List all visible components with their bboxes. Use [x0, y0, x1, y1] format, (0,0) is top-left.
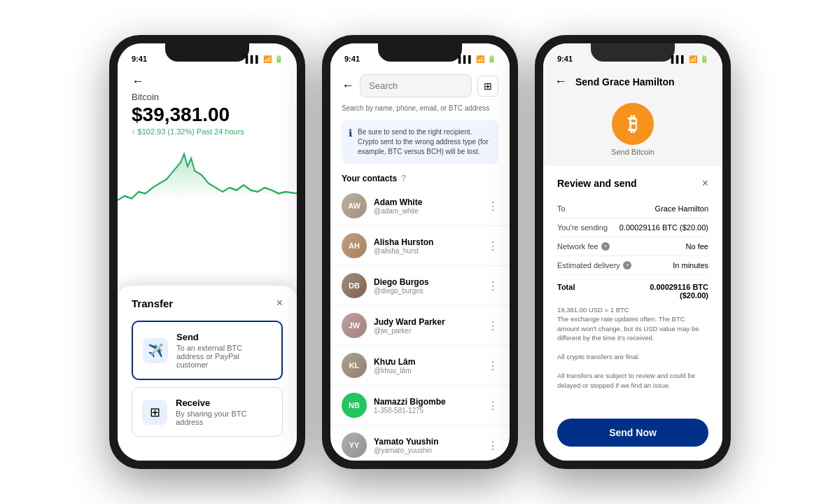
disclaimer-2: All crypto transfers are final.	[557, 352, 708, 361]
search-input[interactable]	[360, 74, 472, 97]
coin-label: Bitcoin	[132, 92, 283, 102]
send-icon: ✈️	[143, 338, 168, 363]
send-bitcoin-label: Send Bitcoin	[543, 148, 722, 156]
contact-avatar: KL	[342, 353, 367, 378]
contact-info: Judy Ward Parker @jw_parker	[374, 317, 445, 335]
contact-item[interactable]: DB Diego Burgos @diego_burgos ⋮	[330, 266, 510, 306]
contact-more-icon[interactable]: ⋮	[487, 239, 498, 253]
signal-icon-2: ▌▌▌	[458, 55, 473, 63]
contact-handle: @diego_burgos	[374, 287, 429, 295]
send-option[interactable]: ✈️ Send To an external BTC address or Pa…	[132, 321, 283, 380]
contact-name: Judy Ward Parker	[374, 317, 445, 327]
avatar-initials: NB	[349, 401, 360, 410]
status-icons-3: ▌▌▌ 📶 🔋	[671, 55, 708, 63]
review-label-total: Total	[557, 283, 575, 291]
phone-3-screen: 9:41 ▌▌▌ 📶 🔋 ← Send Grace Hamilton ₿ Sen…	[543, 43, 722, 461]
avatar-initials: DB	[349, 281, 360, 290]
battery-icon-1: 🔋	[274, 55, 283, 63]
contact-name: Adam White	[374, 197, 422, 207]
review-title: Review and send	[557, 178, 637, 189]
search-header: ← ⊞	[330, 69, 510, 103]
contact-info: Namazzi Bigombe 1-358-581-1275	[374, 397, 446, 414]
status-time-2: 9:41	[344, 55, 360, 63]
send-option-text: Send To an external BTC address or PayPa…	[176, 332, 272, 369]
search-input-wrapper	[360, 74, 472, 97]
review-row-total: Total 0.00029116 BTC($20.00)	[557, 278, 708, 300]
avatar-initials: JW	[349, 321, 360, 330]
contacts-label: Your contacts	[342, 174, 397, 183]
contact-avatar: YY	[342, 433, 367, 458]
contact-item[interactable]: KL Khưu Lâm @khuu_lâm ⋮	[330, 346, 510, 386]
review-header: Review and send ×	[557, 177, 708, 190]
contact-more-icon[interactable]: ⋮	[487, 319, 498, 332]
receive-option-text: Receive By sharing your BTC address	[176, 398, 272, 426]
contact-avatar: JW	[342, 313, 367, 338]
contact-name: Alisha Hurston	[374, 237, 433, 247]
phone-2-screen: 9:41 ▌▌▌ 📶 🔋 ← ⊞ Search by name, phone, …	[330, 43, 510, 461]
avatar-initials: AH	[349, 241, 360, 250]
review-label-fee: Network fee ?	[557, 242, 610, 251]
receive-option-desc: By sharing your BTC address	[176, 410, 272, 426]
contact-item[interactable]: NB Namazzi Bigombe 1-358-581-1275 ⋮	[330, 386, 510, 426]
wifi-icon-3: 📶	[689, 55, 697, 63]
contact-avatar: DB	[342, 273, 367, 298]
contact-more-icon[interactable]: ⋮	[487, 200, 498, 213]
transfer-close-button[interactable]: ×	[276, 297, 283, 309]
status-bar-3: 9:41 ▌▌▌ 📶 🔋	[543, 43, 722, 69]
review-close-button[interactable]: ×	[702, 177, 708, 190]
send-header: ← Send Grace Hamilton	[543, 69, 722, 89]
phone-1: 9:41 ▌▌▌ 📶 🔋 ← Bitcoin $39,381.00 ↑ $102…	[109, 35, 305, 469]
fee-info-icon: ?	[601, 242, 610, 251]
modal-header: Transfer ×	[132, 297, 283, 309]
review-label-sending: You're sending	[557, 223, 608, 232]
review-label-to: To	[557, 204, 566, 213]
back-button-1[interactable]: ←	[132, 74, 283, 89]
contact-handle: @adam_white	[374, 207, 422, 215]
review-value-total: 0.00029116 BTC($20.00)	[650, 283, 708, 300]
send-title: Send Grace Hamilton	[575, 76, 675, 88]
contact-name: Namazzi Bigombe	[374, 397, 446, 407]
contact-handle: @yamato_yuushin	[374, 447, 438, 454]
qr-scan-button[interactable]: ⊞	[477, 76, 498, 97]
contact-info: Khưu Lâm @khuu_lâm	[374, 357, 415, 374]
signal-icon-1: ▌▌▌	[246, 55, 260, 63]
transfer-modal: Transfer × ✈️ Send To an external BTC ad…	[118, 286, 297, 461]
contact-item[interactable]: YY Yamato Yuushin @yamato_yuushin ⋮	[330, 426, 510, 461]
review-value-delivery: In minutes	[673, 261, 708, 270]
contact-handle: 1-358-581-1275	[374, 407, 446, 414]
avatar-initials: AW	[342, 193, 367, 218]
contact-item[interactable]: JW Judy Ward Parker @jw_parker ⋮	[330, 306, 510, 346]
contact-handle: @alisha_hurst	[374, 247, 433, 255]
contact-more-icon[interactable]: ⋮	[487, 399, 498, 412]
send-option-desc: To an external BTC address or PayPal cus…	[176, 344, 272, 369]
contact-item[interactable]: AH Alisha Hurston @alisha_hurst ⋮	[330, 226, 510, 266]
status-icons-2: ▌▌▌ 📶 🔋	[458, 55, 496, 63]
review-row-fee: Network fee ? No fee	[557, 237, 708, 256]
contacts-header: Your contacts ?	[330, 169, 510, 186]
contact-info: Diego Burgos @diego_burgos	[374, 277, 429, 295]
contact-more-icon[interactable]: ⋮	[487, 359, 498, 372]
wifi-icon-1: 📶	[263, 55, 272, 63]
search-hint: Search by name, phone, email, or BTC add…	[330, 103, 510, 118]
contact-item[interactable]: AW Adam White @adam_white ⋮	[330, 186, 510, 226]
receive-option[interactable]: ⊞ Receive By sharing your BTC address	[132, 387, 283, 437]
send-now-button[interactable]: Send Now	[557, 419, 708, 447]
contacts-info-icon: ?	[401, 174, 406, 183]
battery-icon-3: 🔋	[700, 55, 708, 63]
back-button-3[interactable]: ←	[554, 74, 567, 89]
contact-avatar: NB	[342, 393, 367, 418]
contact-info: Adam White @adam_white	[374, 197, 422, 215]
back-button-2[interactable]: ←	[342, 78, 354, 93]
review-row-delivery: Estimated delivery ? In minutes	[557, 256, 708, 275]
send-option-title: Send	[176, 332, 272, 342]
disclaimer-3: All transfers are subject to review and …	[557, 371, 708, 390]
status-icons-1: ▌▌▌ 📶 🔋	[246, 55, 283, 63]
contact-more-icon[interactable]: ⋮	[487, 439, 498, 452]
contact-avatar: AW	[342, 193, 367, 218]
coin-price: $39,381.00	[132, 104, 283, 126]
disclaimer-1: 19,381.00 USD = 1 BTC The exchange rate …	[557, 305, 708, 342]
review-row-to: To Grace Hamilton	[557, 200, 708, 218]
contact-more-icon[interactable]: ⋮	[487, 279, 498, 293]
contact-name: Yamato Yuushin	[374, 437, 438, 447]
bitcoin-logo-area: ₿ Send Bitcoin	[543, 89, 722, 166]
